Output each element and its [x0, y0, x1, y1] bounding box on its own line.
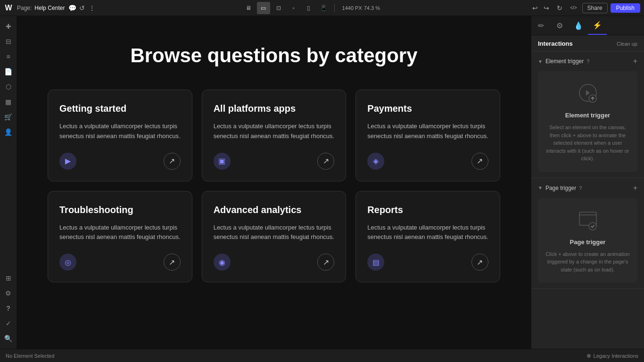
desktop-btn[interactable]: ▭: [257, 2, 270, 14]
logo-text: W: [5, 4, 12, 12]
card-footer: ▶ ↗: [59, 153, 181, 170]
page-label: Page:: [17, 5, 32, 11]
card-icon: ▶: [59, 153, 76, 170]
cleanup-button[interactable]: Clean up: [617, 41, 637, 47]
sidebar-item-checklist[interactable]: ✓: [2, 317, 15, 330]
card-desc: Lectus a vulputate ullamcorper lectus tu…: [59, 223, 181, 243]
sidebar-item-add[interactable]: ✚: [2, 20, 15, 33]
element-trigger-desc: Select an element on the canvas, then cl…: [545, 123, 630, 163]
section-header-element: ▼ Element trigger ? +: [538, 57, 637, 66]
panel-tab-settings[interactable]: ⚙: [550, 16, 569, 35]
card-arrow-button[interactable]: ↗: [317, 254, 334, 271]
zoom-value: 74.3 %: [364, 5, 380, 11]
panel-tabs: ✏ ⚙ 💧 ⚡: [531, 16, 644, 35]
panel-tab-design[interactable]: 💧: [569, 16, 588, 35]
card-desc: Lectus a vulputate ullamcorper lectus tu…: [59, 122, 181, 141]
element-trigger-name: Element trigger: [565, 112, 610, 119]
page-trigger-name: Page trigger: [570, 239, 606, 246]
card-arrow-button[interactable]: ↗: [471, 153, 488, 170]
page-trigger-box: Page trigger Click + above to create an …: [538, 198, 637, 283]
element-trigger-help[interactable]: ?: [586, 58, 589, 64]
card-desc: Lectus a vulputate ullamcorper lectus tu…: [367, 122, 488, 141]
sidebar-item-ecommerce[interactable]: 🛒: [2, 110, 15, 123]
card-arrow-button[interactable]: ↗: [164, 254, 181, 271]
canvas-dimensions: 1440 PX 74.3 %: [339, 5, 384, 11]
publish-button[interactable]: Publish: [611, 3, 640, 13]
page-trigger-add[interactable]: +: [633, 184, 637, 192]
card-icon: ◈: [367, 153, 384, 170]
panel-title: Interactions: [538, 40, 573, 47]
card-desc: Lectus a vulputate ullamcorper lectus tu…: [367, 223, 488, 243]
page-history-icon[interactable]: ↺: [79, 4, 85, 12]
sidebar-item-apps[interactable]: ⊞: [2, 272, 15, 285]
separator1: [334, 4, 335, 12]
card-title: Payments: [367, 103, 488, 114]
card-footer: ◉ ↗: [214, 254, 335, 271]
page-info: Page: Help Center: [17, 5, 65, 11]
panel-tab-interactions[interactable]: ⚡: [588, 16, 607, 35]
card-desc: Lectus a vulputate ullamcorper lectus tu…: [214, 223, 335, 243]
svg-point-4: [589, 222, 596, 230]
top-bar-right: ↩ ↪ ↻ </> Share Publish: [530, 3, 640, 13]
panel-tab-style[interactable]: ✏: [531, 16, 550, 35]
top-bar-left: W Page: Help Center 💬 ↺ ⋮: [4, 3, 95, 13]
left-sidebar: ✚ ⊟ ≡ 📄 ⬡ ▦ 🛒 👤 ⊞ ⚙ ? ✓ 🔍: [0, 16, 17, 349]
sidebar-item-help[interactable]: ?: [2, 302, 15, 315]
sidebar-item-assets[interactable]: 📄: [2, 65, 15, 78]
undo-redo-group: ↩ ↪: [530, 3, 552, 13]
breakpoint3-btn[interactable]: ▯: [302, 2, 315, 14]
element-trigger-add[interactable]: +: [633, 57, 637, 66]
main-layout: ✚ ⊟ ≡ 📄 ⬡ ▦ 🛒 👤 ⊞ ⚙ ? ✓ 🔍 Browse questio…: [0, 16, 644, 349]
card-item: Reports Lectus a vulputate ullamcorper l…: [355, 191, 500, 283]
card-item: Getting started Lectus a vulputate ullam…: [48, 90, 192, 181]
sidebar-item-users[interactable]: 👤: [2, 125, 15, 139]
tablet-btn[interactable]: 📱: [317, 2, 330, 14]
page-trigger-svg: [576, 208, 600, 233]
card-title: Troubleshooting: [59, 205, 181, 215]
top-bar: W Page: Help Center 💬 ↺ ⋮ 🖥 ▭ ⊡ ▫ ▯ 📱 14…: [0, 0, 644, 16]
more-options-icon[interactable]: ⋮: [89, 4, 95, 12]
page-trigger-section: ▼ Page trigger ? + Page trigger Click + …: [531, 178, 644, 289]
page-trigger-help[interactable]: ?: [579, 185, 582, 191]
sidebar-item-components[interactable]: ⬡: [2, 80, 15, 93]
sidebar-item-settings[interactable]: ⚙: [2, 287, 15, 300]
page-view-icon[interactable]: 💬: [68, 4, 76, 12]
code-btn[interactable]: </>: [568, 4, 579, 12]
bottom-right: Legacy Interactions: [587, 353, 638, 359]
card-title: All platforms apps: [214, 103, 335, 114]
page-name: Help Center: [34, 5, 65, 11]
canvas-area: Browse questions by category Getting sta…: [17, 16, 531, 349]
card-icon: ▤: [367, 254, 384, 271]
refresh-btn[interactable]: ↻: [554, 3, 565, 13]
sidebar-item-cms[interactable]: ▦: [2, 95, 15, 108]
card-arrow-button[interactable]: ↗: [164, 153, 181, 170]
share-button[interactable]: Share: [582, 3, 608, 13]
element-trigger-chevron[interactable]: ▼: [538, 59, 543, 64]
card-item: Troubleshooting Lectus a vulputate ullam…: [48, 191, 192, 283]
breakpoint1-btn[interactable]: ⊡: [272, 2, 285, 14]
page-action-icons: 💬 ↺: [68, 4, 85, 12]
card-footer: ◈ ↗: [367, 153, 488, 170]
card-icon: ▣: [214, 153, 231, 170]
undo-btn[interactable]: ↩: [530, 3, 540, 13]
card-item: Advanced analytics Lectus a vulputate ul…: [202, 191, 347, 283]
sidebar-item-pages[interactable]: ⊟: [2, 35, 15, 48]
element-trigger-title: Element trigger: [545, 58, 584, 65]
panel-header: Interactions Clean up: [531, 35, 644, 51]
breakpoint2-btn[interactable]: ▫: [287, 2, 300, 14]
card-arrow-button[interactable]: ↗: [317, 153, 334, 170]
card-desc: Lectus a vulputate ullamcorper lectus tu…: [214, 122, 335, 141]
monitor-btn[interactable]: 🖥: [242, 2, 255, 14]
redo-btn[interactable]: ↪: [541, 3, 552, 13]
sidebar-item-layers[interactable]: ≡: [2, 50, 15, 63]
card-arrow-button[interactable]: ↗: [471, 254, 488, 271]
page-trigger-chevron[interactable]: ▼: [538, 185, 543, 190]
sidebar-item-search[interactable]: 🔍: [2, 332, 15, 345]
card-icon: ◉: [214, 254, 231, 271]
page-trigger-title: Page trigger: [545, 185, 576, 191]
section-title-row-element: ▼ Element trigger ?: [538, 58, 589, 65]
cards-grid: Getting started Lectus a vulputate ullam…: [48, 90, 500, 282]
card-footer: ▤ ↗: [367, 254, 488, 271]
sidebar-bottom: ⊞ ⚙ ? ✓ 🔍: [2, 272, 15, 345]
right-panel: ✏ ⚙ 💧 ⚡ Interactions Clean up ▼ Element …: [531, 16, 644, 349]
